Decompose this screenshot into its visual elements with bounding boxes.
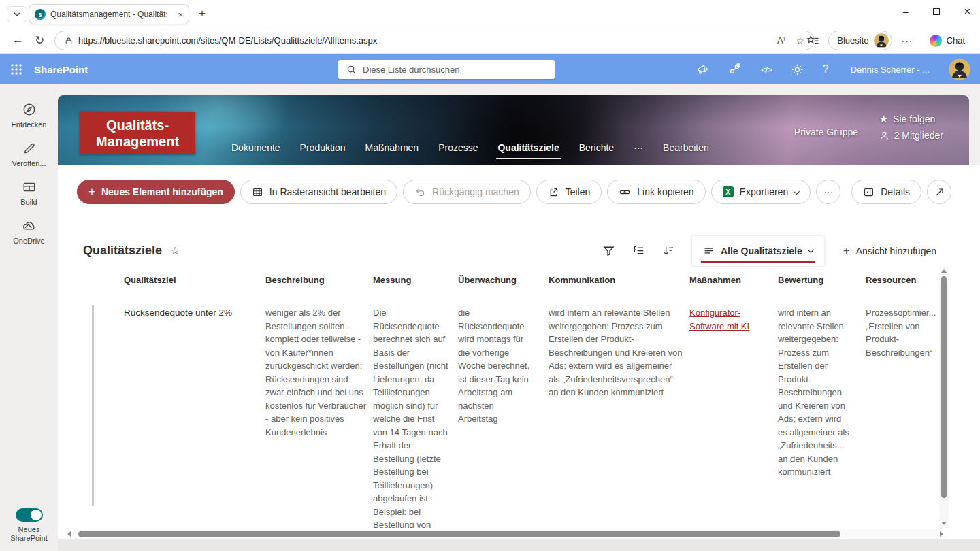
search-input[interactable] xyxy=(363,65,533,75)
undo-button[interactable]: Rückgängig machen xyxy=(403,180,531,204)
browser-tab[interactable]: s Qualitätsmanagement - Qualitätszi × xyxy=(29,4,189,24)
person-icon xyxy=(879,131,889,141)
cell-qualitaetsziel[interactable]: Rücksendequote unter 2% xyxy=(124,306,257,320)
left-rail: Entdecken Veröffen... Build OneDrive Neu… xyxy=(0,84,58,551)
horizontal-scroll-thumb[interactable] xyxy=(78,531,840,537)
column-massnahmen[interactable]: Maßnahmen xyxy=(689,267,741,294)
nav-produktion[interactable]: Produktion xyxy=(300,142,346,153)
column-beschreibung[interactable]: Beschreibung xyxy=(265,267,325,294)
copy-link-button[interactable]: Link kopieren xyxy=(607,180,705,204)
table-row[interactable]: Rücksendequote unter 2% weniger als 2% d… xyxy=(58,294,938,528)
vertical-scrollbar[interactable] xyxy=(939,267,949,528)
copilot-chat-button[interactable]: Chat xyxy=(923,31,972,51)
site-banner: Qualitäts- Management Dokumente Produkti… xyxy=(58,95,969,165)
rail-item-build[interactable]: Build xyxy=(0,180,58,206)
nav-prozesse[interactable]: Prozesse xyxy=(438,142,478,153)
tab-close-icon[interactable]: × xyxy=(178,10,183,20)
browser-menu-icon[interactable]: ··· xyxy=(902,35,913,46)
vertical-scroll-thumb[interactable] xyxy=(941,276,947,498)
filter-button[interactable] xyxy=(598,240,620,262)
suite-user-name[interactable]: Dennis Scherrer - ... xyxy=(851,65,930,75)
browser-profile-button[interactable]: Bluesite xyxy=(828,31,892,50)
bottom-strip xyxy=(58,539,980,551)
cell-messung: Die Rücksendequote berechnet sich auf Ba… xyxy=(373,306,451,528)
rail-item-entdecken[interactable]: Entdecken xyxy=(0,102,58,129)
scroll-right-arrow-icon[interactable] xyxy=(940,531,943,537)
org-settings-icon[interactable] xyxy=(728,63,742,76)
maximize-button[interactable] xyxy=(933,8,940,15)
window-close-button[interactable]: × xyxy=(964,5,970,18)
current-view-tab[interactable]: Alle Qualitätsziele xyxy=(692,236,824,266)
new-tab-button[interactable]: + xyxy=(199,7,206,20)
cell-kommunikation: wird intern an relevante Stellen weiterg… xyxy=(549,306,683,399)
details-button[interactable]: Details xyxy=(851,180,921,204)
megaphone-icon[interactable] xyxy=(696,63,709,76)
plus-icon: + xyxy=(843,244,850,258)
favorite-list-star-icon[interactable]: ☆ xyxy=(170,244,180,257)
tab-title: Qualitätsmanagement - Qualitätszi xyxy=(50,10,167,19)
back-button[interactable]: ← xyxy=(12,33,24,47)
search-icon xyxy=(346,65,357,75)
plus-icon: + xyxy=(88,185,95,199)
column-bewertung[interactable]: Bewertung xyxy=(778,267,823,294)
pen-icon xyxy=(22,141,37,156)
suite-app-name[interactable]: SharePoint xyxy=(34,64,88,76)
nav-bearbeiten[interactable]: Bearbeiten xyxy=(663,142,709,153)
filter-icon xyxy=(602,244,615,257)
list-title: Qualitätsziele xyxy=(83,244,162,258)
column-ueberwachung[interactable]: Überwachung xyxy=(458,267,517,294)
scroll-left-arrow-icon[interactable] xyxy=(67,531,71,537)
column-kommunikation[interactable]: Kommunikation xyxy=(549,267,615,294)
link-icon xyxy=(619,186,631,198)
favorite-star-icon[interactable]: ☆ xyxy=(796,35,804,46)
rail-item-veroeffentlichen[interactable]: Veröffen... xyxy=(0,141,58,167)
expand-button[interactable] xyxy=(927,180,951,204)
members-button[interactable]: 2 Mitglieder xyxy=(879,130,943,141)
cell-ueberwachung: die Rücksendequote wird montags für die … xyxy=(458,306,530,426)
horizontal-scrollbar[interactable] xyxy=(73,529,938,539)
minimize-button[interactable]: – xyxy=(903,6,909,17)
grid-edit-button[interactable]: In Rasteransicht bearbeiten xyxy=(240,180,397,204)
favorites-bar-icon[interactable] xyxy=(806,35,819,46)
refresh-button[interactable]: ↻ xyxy=(35,33,44,48)
list-search-box[interactable] xyxy=(338,60,555,79)
cell-beschreibung: weniger als 2% der Bestellungen sollten … xyxy=(265,306,369,439)
new-sharepoint-toggle[interactable] xyxy=(16,508,43,522)
tab-list-chevron-button[interactable] xyxy=(7,6,27,22)
scroll-up-arrow-icon[interactable] xyxy=(941,269,947,273)
expand-diagonal-icon xyxy=(934,187,945,197)
sharepoint-favicon-icon: s xyxy=(35,9,46,20)
new-item-button[interactable]: + Neues Element hinzufügen xyxy=(77,180,235,204)
column-ressourcen[interactable]: Ressourcen xyxy=(866,267,916,294)
help-icon[interactable]: ? xyxy=(823,63,829,76)
column-qualitaetsziel[interactable]: Qualitätsziel xyxy=(124,267,176,294)
main-content: Qualitäts- Management Dokumente Produkti… xyxy=(58,84,980,551)
url-input[interactable] xyxy=(78,35,677,46)
nav-dokumente[interactable]: Dokumente xyxy=(231,142,280,153)
sort-button[interactable] xyxy=(658,240,680,262)
nav-massnahmen[interactable]: Maßnahmen xyxy=(365,142,419,153)
more-commands-button[interactable]: ··· xyxy=(816,180,840,204)
nav-overflow-icon[interactable]: ··· xyxy=(634,142,643,153)
nav-qualitaetsziele[interactable]: Qualitätsziele xyxy=(497,142,559,153)
column-messung[interactable]: Messung xyxy=(373,267,411,294)
follow-button[interactable]: ★ Sie folgen xyxy=(879,113,936,125)
app-launcher-waffle-icon[interactable] xyxy=(10,63,23,76)
user-avatar[interactable] xyxy=(949,59,970,80)
address-bar[interactable]: A) ☆ xyxy=(54,31,815,50)
export-button[interactable]: X Exportieren xyxy=(711,180,811,204)
nav-berichte[interactable]: Berichte xyxy=(579,142,614,153)
scroll-down-arrow-icon[interactable] xyxy=(941,522,947,525)
rail-item-onedrive[interactable]: OneDrive xyxy=(0,218,58,245)
cell-massnahmen-link[interactable]: Konfigurator-Software mit KI xyxy=(689,306,768,333)
site-logo[interactable]: Qualitäts- Management xyxy=(80,112,195,154)
code-embed-icon[interactable]: </> xyxy=(761,65,772,75)
read-aloud-icon[interactable]: A) xyxy=(777,35,785,46)
add-view-button[interactable]: + Ansicht hinzufügen xyxy=(843,244,936,258)
settings-gear-icon[interactable] xyxy=(791,63,804,76)
share-button[interactable]: Teilen xyxy=(536,180,602,204)
group-by-button[interactable] xyxy=(628,240,650,262)
layout-icon xyxy=(22,180,37,195)
follow-star-icon: ★ xyxy=(879,113,888,125)
profile-avatar xyxy=(874,33,889,48)
